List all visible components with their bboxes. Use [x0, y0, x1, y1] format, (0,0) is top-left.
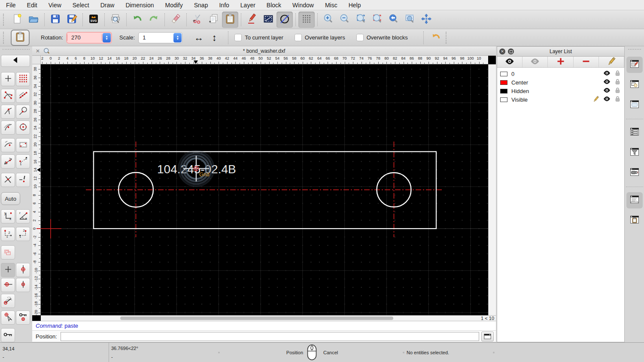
rotation-value[interactable]: 270: [67, 34, 102, 41]
hide-all-layers-button[interactable]: [522, 57, 548, 67]
dock-clipboard-button[interactable]: [626, 212, 643, 229]
undo-paste-button[interactable]: [428, 30, 444, 46]
snap-intersection-button[interactable]: [1, 173, 15, 187]
menu-window[interactable]: Window: [292, 2, 314, 9]
zoom-in-button[interactable]: [320, 12, 337, 28]
snap-perpendicular-button[interactable]: [1, 105, 15, 119]
flip-vertical-button[interactable]: ↕: [207, 30, 222, 45]
back-button[interactable]: [1, 55, 30, 67]
save-as-button[interactable]: [64, 12, 80, 28]
angle-snap-button[interactable]: [1, 294, 15, 308]
dock-media-button[interactable]: [626, 165, 643, 181]
paste-button[interactable]: [222, 12, 238, 28]
pick-relative-zero-button[interactable]: [1, 311, 15, 325]
layer-color-swatch[interactable]: [500, 72, 507, 76]
grid-toggle-button[interactable]: [298, 12, 315, 28]
construction-mode-button[interactable]: [276, 12, 293, 28]
zoom-out-button[interactable]: [337, 12, 353, 28]
rotation-spinbox[interactable]: 270 ▲▼: [67, 32, 112, 43]
to-current-layer-checkbox[interactable]: To current layer: [234, 34, 283, 41]
zoom-pan-button[interactable]: [418, 12, 434, 28]
set-relative-zero-button[interactable]: [16, 263, 30, 277]
snap-distance-button[interactable]: [1, 138, 15, 152]
dock-command-widget-button[interactable]: [626, 192, 643, 208]
vertical-scrollbar[interactable]: [488, 64, 496, 315]
snap-center-button[interactable]: [16, 121, 30, 135]
zoom-window-button[interactable]: [402, 12, 418, 28]
relative-polar-button[interactable]: 12: [16, 227, 30, 241]
scrollbar-thumb[interactable]: [120, 317, 393, 320]
menu-info[interactable]: Info: [219, 2, 229, 9]
redo-button[interactable]: [146, 12, 162, 28]
coordinate-polar-button[interactable]: ra: [16, 209, 30, 223]
snap-tangent-button[interactable]: [16, 105, 30, 119]
layer-color-swatch[interactable]: [500, 89, 507, 94]
toolbar-drag-handle[interactable]: [3, 49, 30, 52]
menu-block[interactable]: Block: [267, 2, 281, 9]
command-window-toggle-button[interactable]: [481, 332, 494, 341]
menu-draw[interactable]: Draw: [100, 2, 115, 9]
menu-dimension[interactable]: Dimension: [125, 2, 154, 9]
undo-button[interactable]: [129, 12, 146, 28]
menu-file[interactable]: File: [6, 2, 16, 9]
drawing-canvas[interactable]: 104.245-02.4BGrid: [41, 64, 488, 315]
coordinate-cartesian-button[interactable]: yx: [1, 209, 15, 223]
snap-auto-button[interactable]: Auto: [1, 192, 20, 205]
checkbox-icon[interactable]: [234, 34, 242, 41]
layer-visibility-eye-icon[interactable]: [603, 86, 611, 96]
dock-block-list-button[interactable]: [626, 77, 643, 93]
snap-grid-button[interactable]: [16, 72, 30, 86]
layer-color-swatch[interactable]: [500, 80, 507, 85]
layer-lock-icon[interactable]: [614, 78, 621, 87]
unlock-relative-zero-button[interactable]: [1, 328, 15, 342]
layer-row-0[interactable]: 0: [497, 69, 624, 78]
dock-library-browser-button[interactable]: [626, 97, 643, 113]
edit-layer-button[interactable]: [599, 57, 624, 67]
dock-layer-list-button[interactable]: [626, 57, 643, 73]
export-svg-button[interactable]: SVG: [85, 12, 102, 28]
layer-visibility-eye-icon[interactable]: [603, 95, 611, 104]
layer-lock-icon[interactable]: [614, 69, 621, 78]
menu-select[interactable]: Select: [73, 2, 89, 9]
overwrite-blocks-checkbox[interactable]: Overwrite blocks: [356, 34, 408, 41]
zoom-selection-button[interactable]: [369, 12, 386, 28]
snap-endpoint-button[interactable]: [1, 89, 15, 103]
snap-free-button[interactable]: [1, 72, 15, 86]
command-line[interactable]: Command: paste: [32, 321, 496, 331]
delete-button[interactable]: [167, 12, 184, 28]
checkbox-icon[interactable]: [295, 34, 302, 41]
attributes-pen-button[interactable]: [244, 12, 260, 28]
layer-lock-icon[interactable]: [614, 87, 621, 95]
layer-color-swatch[interactable]: [500, 97, 507, 102]
remove-layer-button[interactable]: [574, 57, 599, 67]
dock-filter-button[interactable]: [626, 145, 643, 161]
layer-row-center[interactable]: Center: [497, 78, 624, 87]
snap-on-entity-button[interactable]: [16, 89, 30, 103]
layer-row-hidden[interactable]: Hidden: [497, 87, 624, 95]
dock-entity-list-button[interactable]: [626, 124, 643, 141]
menu-edit[interactable]: Edit: [27, 2, 37, 9]
zoom-previous-button[interactable]: [386, 12, 402, 28]
menu-view[interactable]: View: [49, 2, 61, 9]
copy-button[interactable]: [206, 12, 222, 28]
restrict-orthogonal-button[interactable]: [1, 154, 15, 169]
snap-distance-points-button[interactable]: 12: [16, 154, 30, 169]
flip-horizontal-button[interactable]: ↔: [191, 30, 207, 45]
menu-modify[interactable]: Modify: [165, 2, 183, 9]
spinner-arrows-icon[interactable]: ▲▼: [103, 33, 111, 42]
scale-spinbox[interactable]: 1 ▲▼: [138, 32, 182, 43]
menu-misc[interactable]: Misc: [325, 2, 337, 9]
menu-layer[interactable]: Layer: [240, 2, 255, 9]
position-input[interactable]: [61, 332, 479, 341]
toolbar-drag-handle[interactable]: [3, 14, 6, 26]
toolbar-drag-handle[interactable]: [3, 32, 6, 44]
selection-attributes-button[interactable]: [260, 12, 276, 28]
snap-middle-button[interactable]: [1, 121, 15, 135]
layer-list-titlebar[interactable]: ✕ Layer List: [497, 47, 624, 57]
new-button[interactable]: [9, 12, 25, 28]
horizontal-scrollbar[interactable]: [41, 315, 477, 321]
menu-help[interactable]: Help: [349, 2, 361, 9]
overwrite-layers-checkbox[interactable]: Overwrite layers: [295, 34, 345, 41]
relzero-left-button[interactable]: [1, 278, 15, 292]
layer-visibility-eye-icon[interactable]: [603, 69, 611, 78]
